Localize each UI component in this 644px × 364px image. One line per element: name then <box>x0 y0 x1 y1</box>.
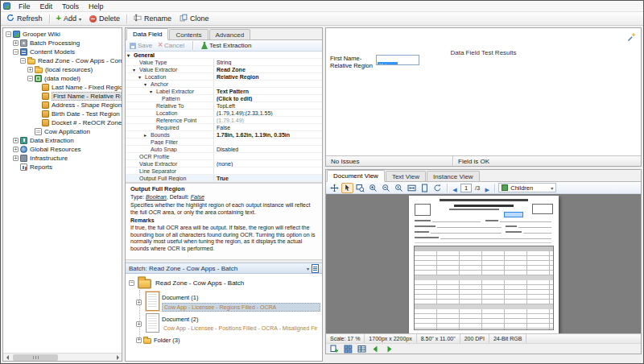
menu-edit[interactable]: Edit <box>35 1 58 11</box>
rotate-tool[interactable] <box>431 183 444 193</box>
tree-item[interactable]: Address - Shape Region <box>3 101 122 110</box>
property-row[interactable]: Value TypeString <box>126 59 322 66</box>
expander-icon[interactable] <box>6 31 11 37</box>
clone-button[interactable]: Clone <box>176 13 213 24</box>
menu-file[interactable]: File <box>14 1 35 11</box>
tree-item[interactable]: (data model) <box>3 74 122 83</box>
scope-dropdown[interactable]: Children <box>498 183 556 192</box>
tab-document-view[interactable]: Document View <box>327 170 385 182</box>
tab-advanced[interactable]: Advanced <box>209 29 251 39</box>
select-tool[interactable] <box>341 183 353 193</box>
property-row[interactable]: RequiredFalse <box>126 124 322 131</box>
tab-data-field[interactable]: Data Field <box>126 28 168 40</box>
document-name[interactable]: Cow App - Licensee - Positions Filled - … <box>162 325 320 332</box>
document-page[interactable] <box>409 196 559 333</box>
batch-folder-item[interactable]: Folder (3) <box>126 334 322 345</box>
property-value[interactable]: (1.79,1.49) <box>214 118 322 123</box>
expander-icon[interactable] <box>144 81 151 87</box>
test-value-input[interactable]: Krissa <box>376 55 419 65</box>
prev-item[interactable] <box>369 344 382 354</box>
expander-icon[interactable] <box>127 52 134 58</box>
pan-tool[interactable] <box>328 183 341 193</box>
test-extraction-button[interactable]: Test Extraction <box>201 42 251 49</box>
thumbnail-grid[interactable] <box>342 344 354 354</box>
zoom-out-tool[interactable] <box>380 183 392 193</box>
property-row[interactable]: Location(1.79,1.49):(2.33,1.55) <box>126 110 322 117</box>
batch-viewer-icon[interactable] <box>312 264 319 273</box>
zoom-window-tool[interactable] <box>354 183 366 193</box>
property-row[interactable]: Page Filter <box>126 139 322 146</box>
property-row[interactable]: Pattern(Click to edit) <box>126 95 322 102</box>
refresh-button[interactable]: Refresh <box>3 13 46 24</box>
cancel-button[interactable]: Cancel <box>158 42 184 49</box>
property-value[interactable]: 1.78in, 1.62in, 1.19in, 0.35in <box>214 132 322 138</box>
tree-item[interactable]: Content Models <box>3 48 122 56</box>
tab-contents[interactable]: Contents <box>169 29 208 39</box>
tree-item[interactable]: Reports <box>3 163 122 172</box>
property-value[interactable]: (none) <box>214 161 322 167</box>
property-row[interactable]: General <box>126 52 322 59</box>
expander-icon[interactable] <box>13 40 19 46</box>
property-value[interactable]: True <box>214 176 322 181</box>
expander-icon[interactable] <box>13 49 19 55</box>
property-value[interactable]: String <box>214 60 322 65</box>
property-row[interactable]: LocationRelative Region <box>126 73 322 81</box>
document-thumbnail[interactable] <box>146 292 159 311</box>
property-value[interactable]: TopLeft <box>214 103 322 109</box>
tree-item[interactable]: Data Extraction <box>3 136 122 145</box>
next-item[interactable] <box>383 344 395 354</box>
scrollbar-thumb[interactable] <box>13 354 58 361</box>
document-canvas[interactable] <box>326 194 641 333</box>
expander-icon[interactable] <box>144 132 151 138</box>
expander-icon[interactable] <box>150 89 156 94</box>
property-row[interactable]: OCR Profile <box>126 153 322 160</box>
batch-document-item[interactable]: Document (2)Cow App - Licensee - Positio… <box>126 313 322 333</box>
scroll-left-button[interactable] <box>3 354 11 362</box>
tree-item[interactable]: Last Name - Fixed Region <box>3 83 122 92</box>
append-pages[interactable] <box>328 344 341 354</box>
tree-item[interactable]: Infrastructure <box>3 154 122 163</box>
expander-icon[interactable] <box>133 67 139 72</box>
batch-selector-caret-icon[interactable] <box>307 265 309 272</box>
tree-item[interactable]: First Name - Relative Region <box>3 92 122 101</box>
tab-text-view[interactable]: Text View <box>386 171 426 181</box>
scroll-right-button[interactable] <box>114 354 122 362</box>
property-value[interactable]: Relative Region <box>214 74 322 80</box>
batch-document-item[interactable]: Document (1)Cow App - Licensee - Regions… <box>126 292 322 312</box>
document-name[interactable]: Cow App - Licensee - Regions Filled - OC… <box>162 303 320 312</box>
expander-icon[interactable] <box>13 155 19 161</box>
property-row[interactable]: Bounds1.78in, 1.62in, 1.19in, 0.35in <box>126 131 322 139</box>
property-value[interactable]: (1.79,1.49):(2.33,1.55) <box>214 110 322 116</box>
property-row[interactable]: Relative ToTopLeft <box>126 102 322 110</box>
menu-help[interactable]: Help <box>84 1 109 11</box>
menu-tools[interactable]: Tools <box>57 1 84 11</box>
fit-page-tool[interactable] <box>419 183 431 193</box>
actual-size-tool[interactable] <box>393 183 405 193</box>
expander-icon[interactable] <box>136 337 142 343</box>
horizontal-scrollbar[interactable] <box>3 353 122 361</box>
batch-root-item[interactable]: Read Zone - Cow Apps - Batch <box>126 275 322 290</box>
add-button[interactable]: Add <box>53 14 85 23</box>
property-value[interactable]: (Click to edit) <box>214 96 322 101</box>
expander-icon[interactable] <box>136 300 142 305</box>
property-row[interactable]: Value Extractor(none) <box>126 160 322 168</box>
property-value[interactable]: Text Pattern <box>214 89 322 94</box>
expander-icon[interactable] <box>27 76 33 81</box>
tree-item[interactable]: Birth Date - Test Region <box>3 110 122 118</box>
property-row[interactable]: Anchor <box>126 81 322 88</box>
prev-page-button[interactable] <box>451 180 459 195</box>
property-row[interactable]: Label ExtractorText Pattern <box>126 88 322 95</box>
tree-item[interactable]: (local resources) <box>3 65 122 74</box>
fit-width-tool[interactable] <box>406 183 418 193</box>
tree-item[interactable]: Batch Processing <box>3 39 122 48</box>
expander-icon[interactable] <box>20 58 26 64</box>
table-view[interactable] <box>356 344 368 354</box>
property-row[interactable]: Line Separator <box>126 168 322 175</box>
property-row[interactable]: Value ExtractorRead Zone <box>126 66 322 73</box>
expander-icon[interactable] <box>129 280 134 286</box>
tree-item[interactable]: Read Zone - Cow Apps - Content Model <box>3 56 122 65</box>
magic-wand-icon[interactable] <box>627 31 637 45</box>
property-value[interactable]: Read Zone <box>214 67 322 72</box>
tree-item[interactable]: Cow Application <box>3 127 122 136</box>
property-value[interactable]: Disabled <box>214 147 322 152</box>
